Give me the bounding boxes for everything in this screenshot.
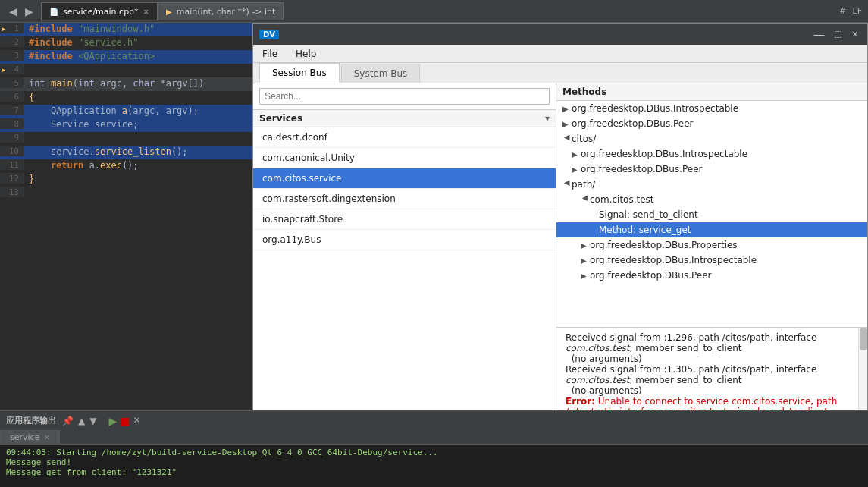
- tree-arrow-0: ▶: [562, 105, 572, 113]
- service-item-0[interactable]: ca.desrt.dconf: [253, 127, 556, 148]
- tree-item-9[interactable]: ▶ org.freedesktop.DBus.Properties: [556, 237, 867, 253]
- methods-header: Methods: [556, 83, 867, 101]
- tree-label-9: org.freedesktop.DBus.Properties: [590, 240, 738, 250]
- service-item-3[interactable]: com.rastersoft.dingextension: [253, 189, 556, 209]
- tab-group: 📄 service/main.cpp* × ▶ main(int, char *…: [41, 2, 284, 20]
- line-content-2: #include "service.h": [24, 36, 139, 48]
- nav-buttons[interactable]: ◀ ▶: [6, 4, 36, 19]
- gutter-4: 4: [0, 64, 24, 74]
- services-header: Services ▾: [253, 110, 556, 127]
- dv-badge: DV: [259, 30, 279, 39]
- tab-session-bus[interactable]: Session Bus: [259, 63, 340, 83]
- dv-menubar: File Help: [253, 45, 867, 63]
- tree-item-4[interactable]: ▶ org.freedesktop.DBus.Peer: [556, 162, 867, 177]
- dv-tabs: Session Bus System Bus: [253, 63, 867, 83]
- tree-item-8[interactable]: Method: service_get: [556, 222, 867, 237]
- app-output-section: 应用程序输出 📌 ▲ ▼ ▶ ■ ✕ service × 09:44:03: S…: [0, 410, 868, 487]
- dv-minimize-button[interactable]: —: [810, 28, 827, 40]
- hash-indicator: #: [839, 6, 846, 16]
- back-button[interactable]: ◀: [6, 4, 20, 19]
- line-content-13: [24, 187, 29, 187]
- gutter-2: 2: [0, 36, 24, 47]
- output-line-1: (no arguments): [566, 353, 849, 364]
- app-line-2: Message get from client: "1231321": [6, 467, 862, 477]
- code-line-1: 1 #include "mainwindow.h": [0, 23, 253, 36]
- stop-button[interactable]: ■: [120, 415, 130, 427]
- title-bar-right: # LF: [839, 6, 862, 16]
- close-output-button[interactable]: ✕: [133, 415, 140, 427]
- code-line-3: 3 #include <QApplication>: [0, 50, 253, 64]
- line-content-11: return a.exec();: [24, 159, 139, 171]
- line-content-12: }: [24, 173, 34, 184]
- output-line-0: Received signal from :1.296, path /citos…: [566, 332, 849, 353]
- tree-arrow-9: ▶: [581, 241, 590, 250]
- cpp-icon: 📄: [49, 8, 58, 16]
- code-line-2: 2 #include "service.h": [0, 36, 253, 50]
- services-chevron: ▾: [545, 113, 550, 124]
- gutter-11: 11: [0, 159, 24, 170]
- services-label: Services: [259, 113, 302, 124]
- tree-label-11: org.freedesktop.DBus.Peer: [590, 270, 712, 281]
- app-tab-close[interactable]: ×: [43, 433, 49, 441]
- tree-item-5[interactable]: ▼ path/: [556, 177, 867, 192]
- tree-item-7[interactable]: Signal: send_to_client: [556, 207, 867, 222]
- pin-icon[interactable]: 📌: [62, 416, 74, 426]
- service-item-1[interactable]: com.canonical.Unity: [253, 148, 556, 168]
- gutter-12: 12: [0, 173, 24, 184]
- line-content-7: QApplication a(argc, argv);: [24, 105, 199, 116]
- dv-scrollbar-thumb: [860, 328, 867, 350]
- search-input[interactable]: [259, 88, 550, 105]
- tab-main-function[interactable]: ▶ main(int, char **) -> int: [158, 2, 284, 20]
- tree-arrow-6: ▼: [581, 195, 590, 204]
- tab-close-1[interactable]: ×: [143, 8, 149, 16]
- line-content-5: int main(int argc, char *argv[]): [24, 77, 204, 89]
- forward-button[interactable]: ▶: [22, 4, 36, 19]
- tree-item-11[interactable]: ▶ org.freedesktop.DBus.Peer: [556, 268, 867, 283]
- tab-system-bus[interactable]: System Bus: [341, 64, 421, 83]
- code-line-7: 7 QApplication a(argc, argv);: [0, 105, 253, 118]
- service-item-2[interactable]: com.citos.service: [253, 168, 556, 189]
- line-content-4: [24, 64, 29, 64]
- dv-maximize-button[interactable]: □: [832, 28, 844, 40]
- tree-item-3[interactable]: ▶ org.freedesktop.DBus.Introspectable: [556, 146, 867, 162]
- tab-filename-1: service/main.cpp*: [63, 7, 139, 17]
- app-output-tab-service[interactable]: service ×: [0, 430, 60, 444]
- up-icon[interactable]: ▲: [78, 416, 85, 426]
- tree-item-10[interactable]: ▶ org.freedesktop.DBus.Introspectable: [556, 253, 867, 268]
- code-line-9: 9: [0, 132, 253, 146]
- tree-label-5: path/: [572, 179, 595, 190]
- down-icon[interactable]: ▼: [89, 416, 96, 426]
- app-toolbar-label: 应用程序输出: [6, 415, 56, 426]
- services-search-container: [253, 83, 556, 110]
- tree-arrow-11: ▶: [581, 272, 590, 280]
- line-content-10: service.service_listen();: [24, 146, 188, 157]
- line-content-6: {: [24, 91, 34, 102]
- lf-indicator: LF: [853, 6, 862, 16]
- tree-arrow-7: [590, 211, 599, 219]
- service-item-5[interactable]: org.a11y.Bus: [253, 230, 556, 250]
- service-item-4[interactable]: io.snapcraft.Store: [253, 209, 556, 230]
- tree-item-0[interactable]: ▶ org.freedesktop.DBus.Introspectable: [556, 101, 867, 116]
- tree-item-6[interactable]: ▼ com.citos.test: [556, 192, 867, 207]
- tree-item-1[interactable]: ▶ org.freedesktop.DBus.Peer: [556, 116, 867, 131]
- code-line-11: 11 return a.exec();: [0, 159, 253, 173]
- code-line-13: 13: [0, 187, 253, 200]
- code-line-4: 4: [0, 64, 253, 77]
- app-output-content: 09:44:03: Starting /home/zyt/build-servi…: [0, 445, 868, 487]
- run-button[interactable]: ▶: [108, 415, 117, 427]
- methods-tree: ▶ org.freedesktop.DBus.Introspectable ▶ …: [556, 101, 867, 327]
- tab-service-main-cpp[interactable]: 📄 service/main.cpp* ×: [41, 2, 158, 20]
- app-toolbar-icons: 📌 ▲ ▼: [62, 416, 96, 426]
- tree-label-10: org.freedesktop.DBus.Introspectable: [590, 255, 757, 265]
- tree-label-4: org.freedesktop.DBus.Peer: [581, 164, 703, 174]
- tree-item-2[interactable]: ▼ citos/: [556, 131, 867, 146]
- gutter-5: 5: [0, 77, 24, 88]
- line-content-1: #include "mainwindow.h": [24, 23, 155, 34]
- menu-file[interactable]: File: [259, 47, 280, 61]
- dv-close-button[interactable]: ×: [849, 28, 861, 40]
- menu-help[interactable]: Help: [293, 47, 319, 61]
- tree-arrow-5: ▼: [563, 180, 572, 189]
- function-icon: ▶: [166, 8, 172, 16]
- output-line-2: Received signal from :1.305, path /citos…: [566, 364, 849, 385]
- gutter-1: 1: [0, 23, 24, 33]
